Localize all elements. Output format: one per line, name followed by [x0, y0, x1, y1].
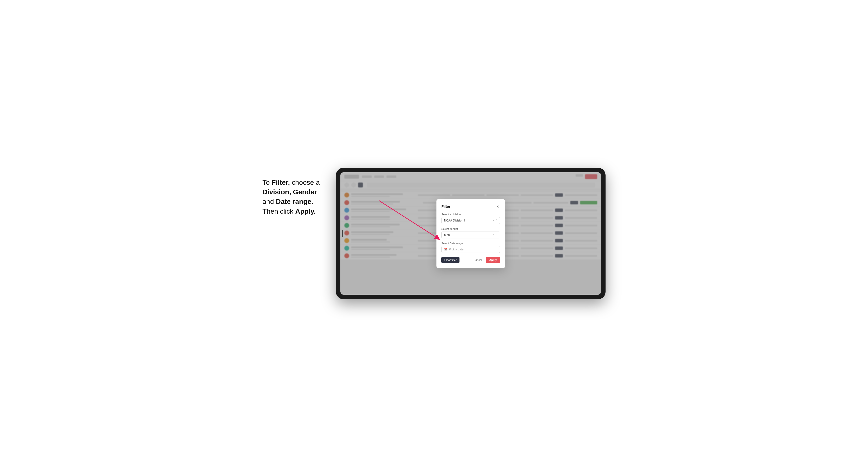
apply-bold: Apply. — [295, 208, 316, 215]
calendar-icon: 📅 — [444, 248, 447, 251]
division-field: Select a division NCAA Division I ✕ ⌃ — [441, 213, 500, 224]
tablet-device: Filter ✕ Select a division NCAA Division… — [336, 168, 606, 299]
gender-clear-icon[interactable]: ✕ — [493, 234, 495, 236]
date-range-label: Select Date range — [441, 242, 500, 245]
gender-select-controls: ✕ ⌃ — [493, 234, 497, 236]
division-select[interactable]: NCAA Division I ✕ ⌃ — [441, 217, 500, 224]
modal-header: Filter ✕ — [441, 204, 500, 209]
gender-field: Select gender Men ✕ ⌃ — [441, 227, 500, 239]
filter-modal: Filter ✕ Select a division NCAA Division… — [436, 199, 505, 268]
date-range-bold: Date range. — [276, 198, 313, 205]
division-select-controls: ✕ ⌃ — [493, 219, 497, 222]
modal-close-button[interactable]: ✕ — [495, 204, 500, 209]
division-label: Select a division — [441, 213, 500, 216]
date-range-field: Select Date range 📅 Pick a date — [441, 242, 500, 253]
and-date-line: and Date range. — [262, 198, 313, 205]
gender-chevron-icon[interactable]: ⌃ — [496, 234, 497, 236]
division-clear-icon[interactable]: ✕ — [493, 219, 495, 222]
division-gender-bold: Division, Gender — [262, 188, 317, 196]
filter-bold: Filter, — [272, 179, 290, 186]
modal-title: Filter — [441, 204, 451, 209]
then-apply-line: Then click Apply. — [262, 208, 316, 215]
division-value: NCAA Division I — [444, 219, 465, 222]
tablet-screen: Filter ✕ Select a division NCAA Division… — [340, 172, 601, 295]
modal-overlay: Filter ✕ Select a division NCAA Division… — [340, 172, 601, 295]
division-chevron-icon[interactable]: ⌃ — [496, 219, 497, 222]
cancel-button[interactable]: Cancel — [471, 257, 484, 263]
apply-button[interactable]: Apply — [486, 257, 500, 263]
gender-value: Men — [444, 233, 450, 237]
modal-footer: Clear filter Cancel Apply — [441, 257, 500, 263]
clear-filter-button[interactable]: Clear filter — [441, 257, 460, 263]
gender-select[interactable]: Men ✕ ⌃ — [441, 231, 500, 239]
date-range-input[interactable]: 📅 Pick a date — [441, 246, 500, 253]
instruction-line1: To Filter, choose a — [262, 179, 319, 186]
gender-label: Select gender — [441, 227, 500, 230]
date-placeholder: Pick a date — [449, 248, 463, 251]
modal-footer-right: Cancel Apply — [471, 257, 500, 263]
instruction-panel: To Filter, choose a Division, Gender and… — [262, 168, 336, 216]
